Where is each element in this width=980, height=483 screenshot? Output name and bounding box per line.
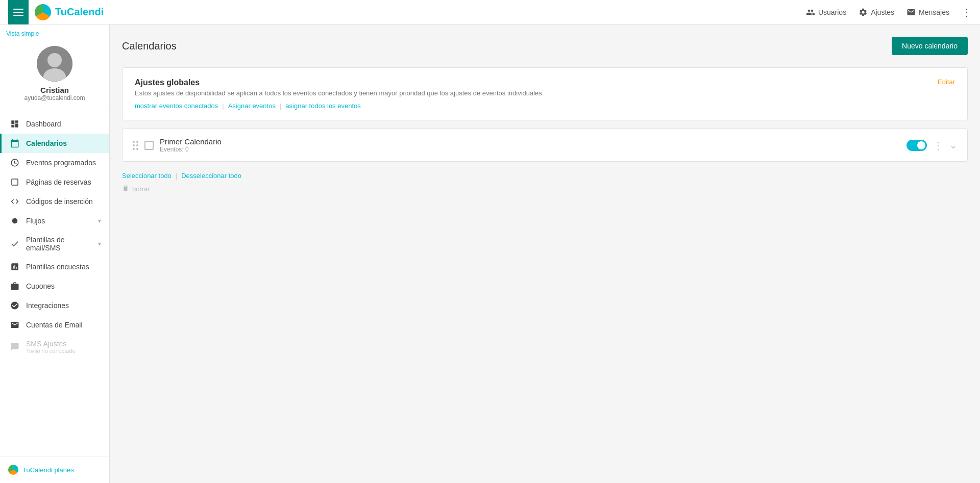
plantillas-chevron-icon: ▾ [98,240,101,247]
gear-icon [859,8,868,17]
sidebar-item-calendarios[interactable]: Calendarios [0,134,109,153]
calendar-more-icon[interactable]: ⋮ [933,139,943,151]
sidebar: Vista simple Cristian ayuda@tucalendi.co… [0,24,110,483]
bulk-sep: | [176,172,177,180]
global-settings-card: Ajustes globales Estos ajustes de dispon… [122,67,968,120]
sidebar-item-cuentas-email[interactable]: Cuentas de Email [0,315,109,335]
edit-link[interactable]: Editar [938,78,955,86]
bulk-actions: Seleccionar todo | Desseleccionar todo [122,168,968,184]
ajustes-nav-action[interactable]: Ajustes [859,8,894,17]
deselect-all-link[interactable]: Desseleccionar todo [181,172,241,180]
sidebar-item-flujos-label: Flujos [26,217,45,225]
sidebar-footer: TuCalendi planes [0,456,109,483]
global-settings-desc: Estos ajustes de disponibilidad se aplic… [135,89,938,97]
bulk-delete-button[interactable]: borrar [122,185,968,193]
top-nav-left: TuCalendi [8,0,104,24]
calendar-chevron-icon[interactable]: ⌄ [949,140,957,151]
calendar-events: Eventos: 0 [160,146,900,153]
user-section: Cristian ayuda@tucalendi.com [0,40,109,110]
calendar-info: Primer Calendario Eventos: 0 [160,137,900,153]
sms-icon [10,342,20,351]
sidebar-item-cupones[interactable]: Cupones [0,276,109,296]
sidebar-item-codigos-label: Códigos de inserción [26,197,93,206]
body-wrap: Vista simple Cristian ayuda@tucalendi.co… [0,24,980,483]
sidebar-item-flujos[interactable]: Flujos ▾ [0,211,109,231]
sidebar-item-integraciones-label: Integraciones [26,301,69,310]
hamburger-menu[interactable] [8,0,29,24]
sidebar-item-paginas-label: Páginas de reservas [26,178,91,186]
user-email: ayuda@tucalendi.com [24,94,85,101]
asignar-todos-link[interactable]: asignar todos los eventos [285,102,360,110]
new-calendar-button[interactable]: Nuevo calendario [892,37,968,55]
main-content: Calendarios Nuevo calendario Ajustes glo… [110,24,980,483]
sidebar-item-sms-label: SMS Ajustes Twilio no conectado [26,340,76,354]
link-sep-1: | [222,102,224,110]
calendar-toggle[interactable] [906,140,927,151]
vista-simple-link[interactable]: Vista simple [6,30,39,37]
sidebar-item-dashboard[interactable]: Dashboard [0,114,109,134]
clock-icon [10,158,20,167]
sms-main-label: SMS Ajustes [26,340,76,348]
logo-icon [35,4,51,20]
sidebar-item-cuentas-label: Cuentas de Email [26,321,83,329]
svg-point-0 [47,53,62,67]
global-settings-links: mostrar eventos conectados | Asignar eve… [135,102,938,110]
sidebar-item-eventos-programados[interactable]: Eventos programados [0,153,109,172]
code-icon [10,197,20,206]
mensajes-nav-action[interactable]: Mensajes [906,8,949,17]
sidebar-item-encuestas-label: Plantillas encuestas [26,263,89,271]
toggle-slider [906,140,927,151]
calendar-checkbox[interactable] [144,141,154,150]
hamburger-icon [11,7,26,18]
logo-text: TuCalendi [55,6,104,18]
tucalendi-planes-link[interactable]: TuCalendi planes [8,465,101,475]
sms-sublabel: Twilio no conectado [26,348,76,354]
global-settings-title: Ajustes globales [135,78,938,87]
drag-handle[interactable] [133,141,138,150]
sidebar-item-sms-ajustes: SMS Ajustes Twilio no conectado [0,335,109,359]
top-nav: TuCalendi Usuarios Ajustes Mensajes ⋮ [0,0,980,24]
top-nav-right: Usuarios Ajustes Mensajes ⋮ [806,6,972,18]
ajustes-label: Ajustes [871,8,894,16]
integration-icon [10,301,20,310]
sidebar-item-integraciones[interactable]: Integraciones [0,296,109,315]
mostrar-eventos-link[interactable]: mostrar eventos conectados [135,102,218,110]
email-icon [10,320,20,329]
page-title: Calendarios [122,40,177,52]
users-icon [806,8,815,17]
flujos-chevron-icon: ▾ [98,217,101,224]
sidebar-nav: Dashboard Calendarios Eventos programado… [0,110,109,456]
sidebar-top: Vista simple [0,24,109,40]
coupon-icon [10,282,20,291]
sidebar-item-plantillas-encuestas[interactable]: Plantillas encuestas [0,257,109,276]
delete-icon [122,185,129,193]
sidebar-item-paginas-reservas[interactable]: Páginas de reservas [0,172,109,192]
drag-dots-icon [133,141,138,150]
sidebar-item-dashboard-label: Dashboard [26,120,61,128]
flow-icon [10,216,20,225]
logo: TuCalendi [35,4,104,20]
plans-label: TuCalendi planes [22,466,74,474]
more-options-button[interactable]: ⋮ [962,6,972,18]
sidebar-item-plantillas-email[interactable]: Plantillas de email/SMS ▾ [0,231,109,257]
calendar-card: Primer Calendario Eventos: 0 ⋮ ⌄ [122,129,968,162]
calendar-row: Primer Calendario Eventos: 0 ⋮ ⌄ [122,129,967,161]
sidebar-item-codigos-insercion[interactable]: Códigos de inserción [0,192,109,211]
svg-point-1 [43,68,66,82]
survey-icon [10,262,20,271]
mail-icon [906,8,916,17]
page-header: Calendarios Nuevo calendario [122,37,968,55]
link-sep-2: | [280,102,281,110]
avatar [37,46,72,82]
calendar-name: Primer Calendario [160,137,900,146]
usuarios-label: Usuarios [818,8,846,16]
usuarios-nav-action[interactable]: Usuarios [806,8,846,17]
asignar-eventos-link[interactable]: Asignar eventos [228,102,276,110]
user-name: Cristian [40,86,69,94]
mensajes-label: Mensajes [919,8,949,16]
calendar-icon [10,139,20,148]
page-icon [10,177,20,187]
bulk-delete-label: borrar [132,185,150,193]
select-all-link[interactable]: Seleccionar todo [122,172,172,180]
global-settings-content: Ajustes globales Estos ajustes de dispon… [135,78,938,110]
